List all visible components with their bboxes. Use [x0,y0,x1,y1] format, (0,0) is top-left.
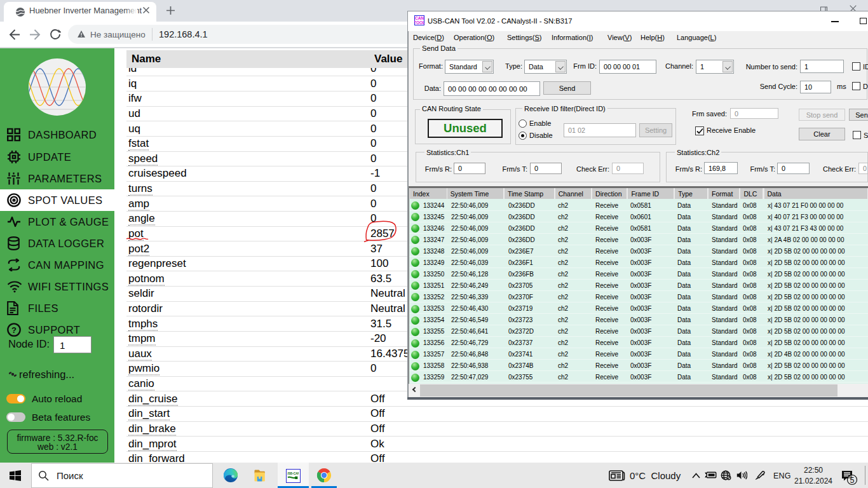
svg-text:5: 5 [850,476,855,485]
svg-text:USB-CAN: USB-CAN [287,472,299,475]
svg-text:?: ? [11,325,17,335]
svg-text:TOOL: TOOL [414,20,424,25]
